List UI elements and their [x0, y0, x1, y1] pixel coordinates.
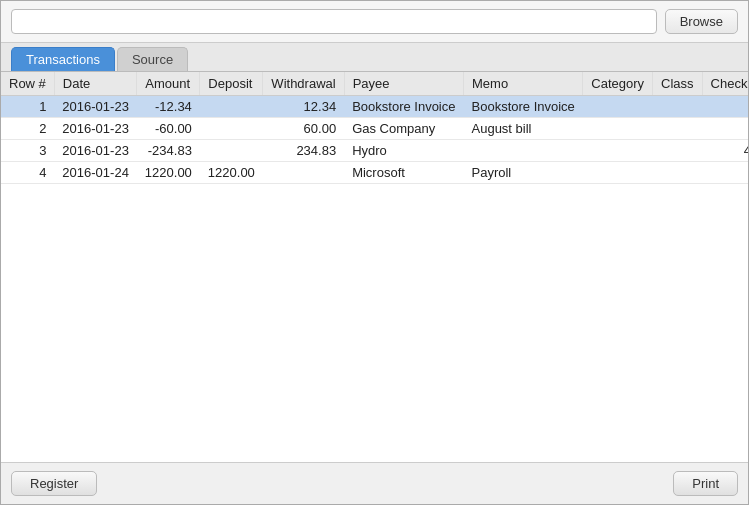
col-payee: Payee	[344, 72, 463, 96]
table-cell: 2016-01-23	[54, 96, 137, 118]
table-cell: Payroll	[464, 162, 583, 184]
table-cell	[653, 140, 703, 162]
print-button[interactable]: Print	[673, 471, 738, 496]
tab-transactions[interactable]: Transactions	[11, 47, 115, 71]
table-cell: 234.83	[263, 140, 344, 162]
table-header-row: Row # Date Amount Deposit Withdrawal Pay…	[1, 72, 748, 96]
table-cell	[583, 118, 653, 140]
col-check: Check #	[702, 72, 748, 96]
bottom-bar: Register Print	[1, 462, 748, 504]
col-category: Category	[583, 72, 653, 96]
table-cell	[583, 140, 653, 162]
tab-source[interactable]: Source	[117, 47, 188, 71]
table-cell	[653, 96, 703, 118]
col-deposit: Deposit	[200, 72, 263, 96]
table-row[interactable]: 42016-01-241220.001220.00MicrosoftPayrol…	[1, 162, 748, 184]
table-cell: 49	[702, 140, 748, 162]
table-cell: 2016-01-24	[54, 162, 137, 184]
col-amount: Amount	[137, 72, 200, 96]
table-cell	[464, 140, 583, 162]
table-row[interactable]: 22016-01-23-60.0060.00Gas CompanyAugust …	[1, 118, 748, 140]
table-cell	[583, 162, 653, 184]
table-cell: 1220.00	[200, 162, 263, 184]
top-bar: sample.qfx Browse	[1, 1, 748, 43]
table-body: 12016-01-23-12.3412.34Bookstore InvoiceB…	[1, 96, 748, 184]
table-cell: 1	[1, 96, 54, 118]
table-cell: 2016-01-23	[54, 118, 137, 140]
table-cell	[653, 118, 703, 140]
register-button[interactable]: Register	[11, 471, 97, 496]
transactions-table: Row # Date Amount Deposit Withdrawal Pay…	[1, 72, 748, 184]
table-cell	[583, 96, 653, 118]
table-row[interactable]: 12016-01-23-12.3412.34Bookstore InvoiceB…	[1, 96, 748, 118]
col-date: Date	[54, 72, 137, 96]
table-cell	[200, 140, 263, 162]
table-cell: Bookstore Invoice	[344, 96, 463, 118]
table-cell	[653, 162, 703, 184]
table-cell: Bookstore Invoice	[464, 96, 583, 118]
table-cell: August bill	[464, 118, 583, 140]
table-cell	[200, 118, 263, 140]
table-cell	[702, 96, 748, 118]
table-row[interactable]: 32016-01-23-234.83234.83Hydro49	[1, 140, 748, 162]
table-cell: -234.83	[137, 140, 200, 162]
table-cell: Microsoft	[344, 162, 463, 184]
table-cell: 2	[1, 118, 54, 140]
table-cell: Gas Company	[344, 118, 463, 140]
table-cell	[702, 118, 748, 140]
table-cell	[263, 162, 344, 184]
table-cell: 3	[1, 140, 54, 162]
table-cell	[200, 96, 263, 118]
col-class: Class	[653, 72, 703, 96]
table-cell: -12.34	[137, 96, 200, 118]
table-cell: Hydro	[344, 140, 463, 162]
col-memo: Memo	[464, 72, 583, 96]
table-cell: 60.00	[263, 118, 344, 140]
table-container: Row # Date Amount Deposit Withdrawal Pay…	[1, 72, 748, 462]
col-row-num: Row #	[1, 72, 54, 96]
file-path-input[interactable]: sample.qfx	[11, 9, 657, 34]
table-cell: 1220.00	[137, 162, 200, 184]
col-withdrawal: Withdrawal	[263, 72, 344, 96]
table-cell: 12.34	[263, 96, 344, 118]
tab-bar: Transactions Source	[1, 43, 748, 72]
table-cell	[702, 162, 748, 184]
table-cell: 4	[1, 162, 54, 184]
table-cell: 2016-01-23	[54, 140, 137, 162]
browse-button[interactable]: Browse	[665, 9, 738, 34]
table-cell: -60.00	[137, 118, 200, 140]
